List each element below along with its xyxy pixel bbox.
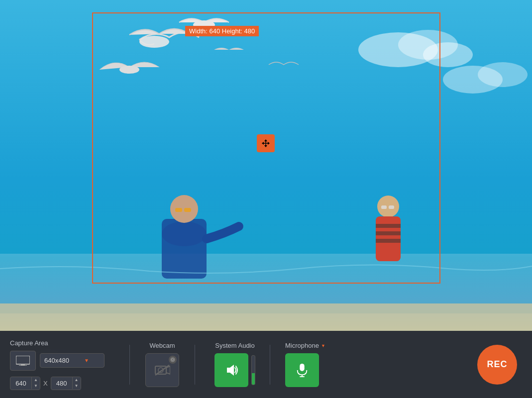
svg-rect-14: [175, 208, 182, 212]
svg-point-9: [193, 20, 215, 29]
microphone-label-row[interactable]: Microphone ▼: [285, 342, 325, 349]
svg-point-16: [377, 196, 399, 217]
record-button[interactable]: REC: [477, 345, 517, 385]
svg-marker-40: [227, 365, 234, 376]
svg-point-5: [423, 42, 473, 67]
width-spinners: ▲ ▼: [31, 377, 40, 389]
webcam-label: Webcam: [149, 342, 175, 349]
divider-1: [129, 345, 130, 385]
svg-rect-21: [381, 205, 387, 209]
webcam-button[interactable]: [145, 353, 179, 387]
resolution-dropdown[interactable]: 640x480 ▼: [40, 353, 105, 368]
svg-marker-27: [262, 142, 264, 145]
svg-point-7: [478, 62, 528, 87]
dimension-inputs: ▲ ▼ X ▲ ▼: [10, 377, 105, 390]
height-increment[interactable]: ▲: [73, 377, 81, 383]
svg-point-38: [172, 359, 174, 361]
microphone-section: Microphone ▼: [285, 342, 345, 387]
resize-handle[interactable]: [257, 134, 275, 152]
width-input-wrapper: ▲ ▼: [10, 377, 40, 390]
height-input-wrapper: ▲ ▼: [51, 377, 81, 390]
divider-3: [270, 345, 270, 385]
svg-rect-15: [184, 208, 191, 212]
height-input[interactable]: [51, 377, 72, 390]
system-audio-label: System Audio: [215, 342, 255, 349]
speaker-icon: [224, 363, 239, 378]
microphone-button[interactable]: [285, 353, 319, 387]
system-audio-button[interactable]: [214, 353, 248, 387]
rec-section: REC: [477, 345, 522, 385]
svg-rect-31: [16, 356, 30, 364]
webcam-icon: [154, 364, 170, 376]
dimension-separator: X: [43, 380, 48, 387]
capture-area-label: Capture Area: [10, 339, 105, 347]
width-increment[interactable]: ▲: [32, 377, 40, 383]
dropdown-arrow-icon: ▼: [84, 358, 89, 363]
svg-rect-33: [19, 365, 27, 366]
svg-point-13: [170, 195, 198, 223]
capture-area-section: Capture Area 640x480 ▼ ▲ ▼: [10, 339, 119, 390]
microphone-label: Microphone: [285, 342, 319, 349]
screen-icon: [16, 356, 30, 366]
divider-2: [195, 345, 195, 385]
svg-rect-12: [162, 219, 207, 279]
webcam-section: Webcam: [140, 342, 185, 387]
microphone-icon: [295, 363, 309, 378]
svg-point-10: [119, 66, 139, 74]
gear-icon: [170, 357, 175, 362]
svg-marker-25: [264, 139, 267, 141]
volume-fill: [252, 373, 255, 385]
svg-rect-18: [376, 224, 401, 228]
svg-rect-20: [376, 239, 401, 243]
svg-rect-22: [389, 205, 394, 209]
svg-rect-19: [376, 231, 401, 235]
width-decrement[interactable]: ▼: [32, 383, 40, 389]
control-panel: Capture Area 640x480 ▼ ▲ ▼: [0, 331, 532, 398]
svg-marker-26: [264, 145, 267, 147]
resolution-value: 640x480: [44, 357, 69, 364]
svg-point-8: [139, 36, 169, 48]
screen-select-button[interactable]: [10, 351, 36, 371]
volume-indicator: [251, 355, 255, 385]
svg-marker-28: [268, 142, 270, 145]
system-audio-section: System Audio: [210, 342, 260, 387]
width-input[interactable]: [10, 377, 31, 390]
svg-point-39: [171, 358, 175, 362]
height-spinners: ▲ ▼: [72, 377, 81, 389]
capture-controls: 640x480 ▼: [10, 351, 105, 371]
svg-rect-41: [300, 364, 304, 371]
webcam-gear-icon[interactable]: [169, 356, 177, 364]
microphone-dropdown-arrow-icon: ▼: [321, 343, 325, 348]
height-decrement[interactable]: ▼: [73, 383, 81, 389]
rec-label: REC: [487, 359, 507, 370]
